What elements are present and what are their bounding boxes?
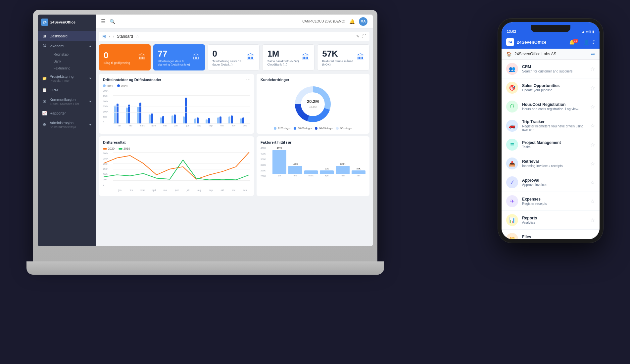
phone-menu-item-triptracker[interactable]: 🚗 Trip Tracker Register kilometers you h… xyxy=(502,116,600,135)
sidebar-item-fakturering[interactable]: Fakturering xyxy=(50,65,96,72)
chevron-icon: ▼ xyxy=(89,77,92,80)
star-icon[interactable]: ☆ xyxy=(590,217,595,223)
sidebar: 24 24SevenOffice ⊞ Dashboard 🏛 Økonomi ▲… xyxy=(38,15,96,246)
chart-legend: 2019 2020 xyxy=(103,84,250,88)
kpi-value: 77 xyxy=(158,49,192,59)
chart-title: Driftsresultat xyxy=(103,140,250,144)
donut-legend: 7-29 dager 30-59 dager 60-89 dager 90+ d… xyxy=(274,127,352,130)
star-icon[interactable]: ☆ xyxy=(590,160,595,167)
phone-menu-item-reports[interactable]: 📊 Reports Analytics ☆ xyxy=(502,211,600,230)
star-icon[interactable]: ☆ xyxy=(590,142,595,148)
menu-item-name: Trip Tracker xyxy=(522,119,586,124)
sidebar-logo[interactable]: 24 24SevenOffice xyxy=(38,15,96,30)
kpi-icon: 🏛 xyxy=(357,53,364,62)
phone-company-row: 🏠 24SevenOffice Labs AS ⇌ xyxy=(502,49,600,60)
chart-title: Driftsinntekter og Driftskostnader xyxy=(103,78,250,82)
main-content: ☰ 🔍 CAMP.CLOUD 2020 (DEMO) 🔔 MA ⊞ ‹ › St… xyxy=(96,15,373,246)
edit-icon[interactable]: ✎ xyxy=(356,34,360,39)
kpi-saldo[interactable]: 1M Saldo bankkonto (NOK) CloudBank (...)… xyxy=(262,44,315,70)
menu-item-name: Hour/Cost Registration xyxy=(522,102,586,107)
kpi-fakturert[interactable]: 57K Fakturert denne måned (NOK) 🏛 xyxy=(317,44,369,70)
phone-menu-item-projectmgmt[interactable]: ≡ Project Management Tasks ☆ xyxy=(502,135,600,154)
sidebar-item-crm[interactable]: 📋 CRM xyxy=(38,85,96,95)
company-label: CAMP.CLOUD 2020 (DEMO) xyxy=(302,20,345,23)
star-icon[interactable]: ☆ xyxy=(590,122,595,129)
sidebar-item-regnskap[interactable]: Regnskap xyxy=(50,51,96,58)
sidebar-item-dashboard[interactable]: ⊞ Dashboard xyxy=(38,31,96,41)
sidebar-item-label: Økonomi xyxy=(50,44,86,48)
chevron-icon: ▼ xyxy=(89,123,92,126)
star-icon[interactable]: ☆ xyxy=(590,104,595,110)
laptop-body: 24 24SevenOffice ⊞ Dashboard 🏛 Økonomi ▲… xyxy=(33,10,377,261)
menu-item-name: CRM xyxy=(522,65,586,69)
laptop-base xyxy=(26,261,384,275)
phone-menu-item-sales[interactable]: 🎯 Sales Opportunities Update your pipeli… xyxy=(502,78,600,97)
next-button[interactable]: › xyxy=(113,34,114,39)
chevron-icon: ▲ xyxy=(89,44,92,48)
menu-item-name: Files xyxy=(522,235,586,239)
sales-menu-text: Sales Opportunities Update your pipeline xyxy=(522,83,586,92)
sales-menu-icon: 🎯 xyxy=(506,82,518,94)
phone-menu-item-files[interactable]: 📁 Files Company and project files ☆ xyxy=(502,230,600,239)
prev-button[interactable]: ‹ xyxy=(109,34,110,39)
menu-item-desc: Analytics xyxy=(522,221,586,224)
chart-more-icon[interactable]: ⋯ xyxy=(246,77,251,82)
chevron-icon: ▼ xyxy=(89,100,92,103)
grid-icon[interactable]: ⊞ xyxy=(102,34,106,39)
chart-fakturert: Fakturert hittil i år 450K 400K 350K 300… xyxy=(257,136,369,196)
crm-menu-text: CRM Search for customer and suppliers xyxy=(522,65,586,73)
kpi-bilag[interactable]: 0 Bilag til godkjenning 🏛 xyxy=(99,44,151,70)
sidebar-item-label: Dashboard xyxy=(50,34,92,38)
chart-legend: 2020 2019 xyxy=(103,147,250,150)
kpi-value: 1M xyxy=(267,49,302,59)
sidebar-nav: ⊞ Dashboard 🏛 Økonomi ▲ Regnskap Bank Fa… xyxy=(38,30,96,246)
retrieval-menu-text: Retrieval Incoming invoices / receipts xyxy=(522,159,586,168)
sidebar-item-rapporter[interactable]: 📈 Rapporter xyxy=(38,108,96,118)
admin-icon: ⚙ xyxy=(42,122,47,127)
menu-icon[interactable]: ☰ xyxy=(101,18,106,24)
expenses-menu-icon: ✈ xyxy=(506,195,518,207)
profile-icon[interactable]: 👤 xyxy=(584,39,589,45)
bell-icon[interactable]: 🔔 xyxy=(349,19,355,24)
donut-chart: 20.2M 19.6M xyxy=(293,84,333,124)
crm-menu-icon: 👥 xyxy=(506,63,518,75)
user-avatar[interactable]: MA xyxy=(359,17,367,26)
star-icon[interactable]: ☆ xyxy=(590,179,595,186)
notification-badge: 18 xyxy=(573,39,578,43)
sidebar-item-prosjektstyring[interactable]: 📁 Prosjektstyring Prosjekt, Timer ▼ xyxy=(38,72,96,85)
logout-icon[interactable]: ⤴ xyxy=(593,39,595,45)
kpi-icon: 🏛 xyxy=(247,53,255,62)
project-menu-text: Project Management Tasks xyxy=(522,140,586,149)
filter-icon[interactable]: ⇌ xyxy=(591,51,595,57)
search-icon[interactable]: 🔍 xyxy=(110,19,115,24)
phone-menu-item-hourcost[interactable]: ⏱ Hour/Cost Registration Hours and costs… xyxy=(502,97,600,116)
star-icon[interactable]: ☆ xyxy=(590,198,595,205)
chart-driftsinntekter: Driftsinntekter og Driftskostnader 2019 … xyxy=(99,74,254,134)
grid-lines xyxy=(113,90,250,123)
sidebar-item-bank[interactable]: Bank xyxy=(50,58,96,65)
expand-icon[interactable]: ⛶ xyxy=(362,34,366,39)
phone-menu-item-expenses[interactable]: ✈ Expenses Register receipts ☆ xyxy=(502,192,600,211)
phone-menu-item-crm[interactable]: 👥 CRM Search for customer and suppliers … xyxy=(502,60,600,78)
menu-item-name: Reports xyxy=(522,216,586,220)
sidebar-item-kommunikasjon[interactable]: ✉ Kommunikasjon E-post, Kalender, Filer … xyxy=(38,95,96,108)
sidebar-item-administrasjon[interactable]: ⚙ Administrasjon Brukeradministrasjo... … xyxy=(38,118,96,131)
kpi-row: 0 Bilag til godkjenning 🏛 77 Utbetalinge… xyxy=(99,44,369,70)
kpi-value: 0 xyxy=(104,50,130,61)
sidebar-item-label: Prosjektstyring Prosjekt, Timer xyxy=(50,74,86,82)
sidebar-item-okonomi[interactable]: 🏛 Økonomi ▲ xyxy=(38,41,96,51)
star-icon[interactable]: ☆ xyxy=(590,66,595,72)
kpi-til-utbetaling[interactable]: 0 Til utbetaling neste 14 dager (betali.… xyxy=(208,44,260,70)
menu-item-desc: Update your pipeline xyxy=(522,88,586,92)
notification-icon[interactable]: 🔔18 xyxy=(569,39,580,45)
dashboard-name: Standard xyxy=(117,34,133,39)
phone-menu-item-retrieval[interactable]: 📥 Retrieval Incoming invoices / receipts… xyxy=(502,154,600,173)
star-icon[interactable]: ☆ xyxy=(590,85,595,91)
star-icon[interactable]: ☆ xyxy=(136,34,139,39)
crm-icon: 📋 xyxy=(42,88,47,92)
star-icon[interactable]: ☆ xyxy=(590,236,595,240)
phone-menu-item-approval[interactable]: ✓ Approval Approve invoices ☆ xyxy=(502,173,600,192)
kpi-utbetalinger[interactable]: 77 Utbetalinger klare til signering (bet… xyxy=(153,44,205,70)
kpi-label: Fakturert denne måned (NOK) xyxy=(322,60,357,66)
approval-menu-text: Approval Approve invoices xyxy=(522,178,586,187)
